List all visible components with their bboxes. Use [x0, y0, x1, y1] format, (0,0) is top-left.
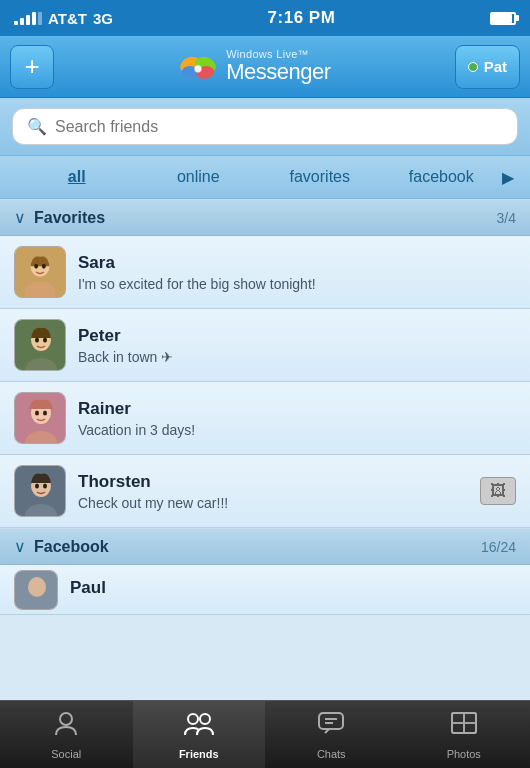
- svg-rect-30: [319, 713, 343, 729]
- svg-point-23: [35, 484, 39, 489]
- app-header: + Windows Live™ Messenger Pat: [0, 36, 530, 98]
- paul-info: Paul: [70, 578, 516, 601]
- profile-name: Pat: [484, 58, 507, 75]
- svg-point-4: [195, 65, 202, 72]
- svg-point-13: [35, 338, 39, 343]
- svg-rect-35: [464, 713, 476, 723]
- avatar-paul: [14, 570, 58, 610]
- favorites-collapse-arrow[interactable]: ∨: [14, 208, 26, 227]
- thorsten-status: Check out my new car!!!: [78, 495, 468, 511]
- online-indicator: [468, 62, 478, 72]
- svg-point-8: [34, 264, 38, 269]
- tab-favorites[interactable]: favorites: [259, 164, 381, 190]
- tabs-more-arrow[interactable]: ▶: [502, 168, 514, 187]
- facebook-collapse-arrow[interactable]: ∨: [14, 537, 26, 556]
- rainer-name: Rainer: [78, 399, 516, 419]
- signal-icon: [14, 11, 42, 25]
- peter-name: Peter: [78, 326, 516, 346]
- tab-bar-friends[interactable]: Friends: [133, 701, 266, 768]
- photos-tab-label: Photos: [447, 748, 481, 760]
- logo-text: Windows Live™ Messenger: [226, 48, 330, 84]
- avatar-sara: [14, 246, 66, 298]
- favorites-count: 3/4: [497, 210, 516, 226]
- carrier-info: AT&T 3G: [14, 10, 113, 27]
- media-thumbnail: 🖼: [480, 477, 516, 505]
- sara-status: I'm so excited for the big show tonight!: [78, 276, 516, 292]
- svg-point-29: [200, 714, 210, 724]
- tab-bar-photos[interactable]: Photos: [398, 701, 531, 768]
- search-icon: 🔍: [27, 117, 47, 136]
- carrier-label: AT&T: [48, 10, 87, 27]
- svg-point-27: [60, 713, 72, 725]
- photos-icon: [450, 709, 478, 744]
- search-input[interactable]: [55, 118, 503, 136]
- messenger-label: Messenger: [226, 60, 330, 84]
- messenger-logo-icon: [178, 49, 218, 85]
- thorsten-info: Thorsten Check out my new car!!!: [78, 472, 468, 511]
- status-bar: AT&T 3G 7:16 PM: [0, 0, 530, 36]
- avatar-rainer: [14, 392, 66, 444]
- svg-point-19: [43, 411, 47, 416]
- svg-point-9: [42, 264, 46, 269]
- tab-facebook[interactable]: facebook: [381, 164, 503, 190]
- svg-point-18: [35, 411, 39, 416]
- contact-peter[interactable]: Peter Back in town ✈: [0, 309, 530, 382]
- facebook-section-header[interactable]: ∨ Facebook 16/24: [0, 528, 530, 565]
- avatar-thorsten: [14, 465, 66, 517]
- chats-icon: [317, 709, 345, 744]
- search-input-wrapper[interactable]: 🔍: [12, 108, 518, 145]
- favorites-section-title: Favorites: [34, 209, 497, 227]
- tab-bar: Social Friends Chats: [0, 700, 530, 768]
- thorsten-name: Thorsten: [78, 472, 468, 492]
- friends-tab-label: Friends: [179, 748, 219, 760]
- sara-info: Sara I'm so excited for the big show ton…: [78, 253, 516, 292]
- facebook-count: 16/24: [481, 539, 516, 555]
- svg-rect-37: [464, 723, 476, 733]
- battery-area: [490, 12, 516, 25]
- logo-area: Windows Live™ Messenger: [178, 48, 330, 84]
- profile-button[interactable]: Pat: [455, 45, 520, 89]
- contact-rainer[interactable]: Rainer Vacation in 3 days!: [0, 382, 530, 455]
- peter-info: Peter Back in town ✈: [78, 326, 516, 365]
- windows-live-label: Windows Live™: [226, 48, 330, 60]
- contact-sara[interactable]: Sara I'm so excited for the big show ton…: [0, 236, 530, 309]
- tab-bar-social[interactable]: Social: [0, 701, 133, 768]
- svg-point-26: [28, 577, 46, 597]
- tab-online[interactable]: online: [138, 164, 260, 190]
- tab-all[interactable]: all: [16, 164, 138, 190]
- tab-bar-chats[interactable]: Chats: [265, 701, 398, 768]
- svg-rect-36: [452, 723, 464, 733]
- sara-name: Sara: [78, 253, 516, 273]
- battery-icon: [490, 12, 516, 25]
- add-button[interactable]: +: [10, 45, 54, 89]
- network-label: 3G: [93, 10, 113, 27]
- chats-tab-label: Chats: [317, 748, 346, 760]
- friends-icon: [183, 709, 215, 744]
- search-bar: 🔍: [0, 98, 530, 156]
- favorites-section-header[interactable]: ∨ Favorites 3/4: [0, 199, 530, 236]
- svg-point-28: [188, 714, 198, 724]
- contacts-list: ∨ Favorites 3/4 Sara I'm so excited f: [0, 199, 530, 705]
- rainer-status: Vacation in 3 days!: [78, 422, 516, 438]
- paul-name: Paul: [70, 578, 516, 598]
- facebook-section-title: Facebook: [34, 538, 481, 556]
- rainer-info: Rainer Vacation in 3 days!: [78, 399, 516, 438]
- svg-point-24: [43, 484, 47, 489]
- filter-tabs: all online favorites facebook ▶: [0, 156, 530, 199]
- social-icon: [52, 709, 80, 744]
- contact-paul[interactable]: Paul: [0, 565, 530, 615]
- svg-rect-34: [452, 713, 464, 723]
- social-tab-label: Social: [51, 748, 81, 760]
- peter-status: Back in town ✈: [78, 349, 516, 365]
- contact-thorsten[interactable]: Thorsten Check out my new car!!! 🖼: [0, 455, 530, 528]
- svg-point-14: [43, 338, 47, 343]
- avatar-peter: [14, 319, 66, 371]
- clock: 7:16 PM: [268, 8, 336, 28]
